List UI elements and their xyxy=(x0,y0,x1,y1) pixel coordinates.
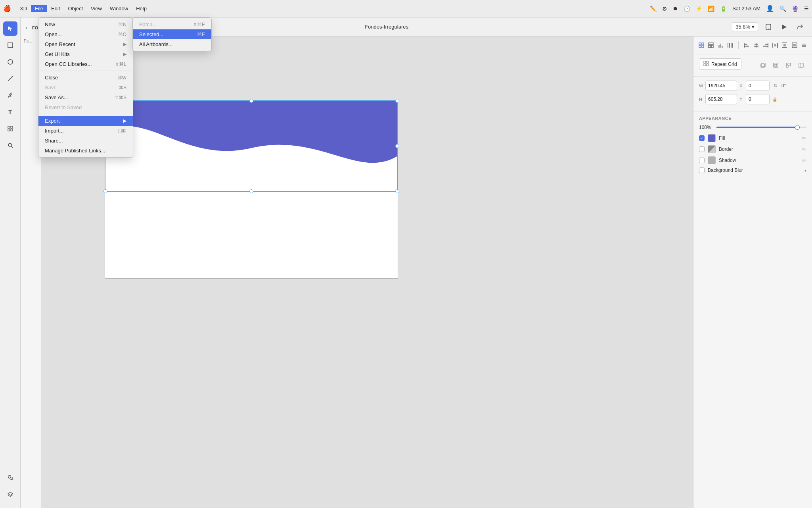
rectangle-tool[interactable] xyxy=(3,38,17,52)
file-menu: New ⌘N Open... ⌘O Open Recent ▶ Get UI K… xyxy=(38,17,133,158)
copy-icon-2[interactable] xyxy=(770,60,781,71)
menu-save: Save ⌘S xyxy=(38,83,133,92)
menu-export-arrow-icon: ▶ xyxy=(123,118,126,123)
rotate-icon[interactable]: ↻ xyxy=(772,82,779,89)
menu-share-label: Share... xyxy=(45,138,63,144)
artboard[interactable]: Pa... xyxy=(105,100,398,279)
tool-bottom-group xyxy=(3,471,17,502)
menu-export[interactable]: Export ▶ xyxy=(38,116,133,126)
y-label: Y xyxy=(739,97,744,102)
align-full-icon[interactable] xyxy=(791,40,799,51)
topbar-right: 35.8% ▾ xyxy=(732,21,812,33)
menu-close[interactable]: Close ⌘W xyxy=(38,73,133,83)
rp-layout-icon[interactable] xyxy=(707,40,715,51)
back-arrow[interactable]: ‹ xyxy=(22,21,31,35)
zoom-control[interactable]: 35.8% ▾ xyxy=(732,22,758,31)
menu-save-as-label: Save As... xyxy=(45,94,68,100)
menu-share[interactable]: Share... xyxy=(38,136,133,146)
user-icon[interactable]: 👤 xyxy=(766,5,774,12)
copy-icon-3[interactable] xyxy=(783,60,794,71)
menu-open[interactable]: Open... ⌘O xyxy=(38,29,133,39)
pen-tool[interactable] xyxy=(3,88,17,102)
rp-grid-icon[interactable] xyxy=(697,40,705,51)
menu-new[interactable]: New ⌘N xyxy=(38,19,133,29)
device-preview-icon[interactable] xyxy=(763,21,774,33)
background-blur-checkbox[interactable] xyxy=(699,167,705,173)
svg-line-9 xyxy=(11,146,13,148)
select-tool[interactable] xyxy=(3,21,17,36)
rp-columns-icon[interactable] xyxy=(726,40,734,51)
menu-separator-1 xyxy=(38,71,133,71)
canvas-area[interactable]: Pa... xyxy=(41,37,693,508)
fill-checkbox[interactable] xyxy=(699,135,705,141)
menubar-datetime: Sat 2:53 AM xyxy=(732,6,760,12)
component-tool[interactable] xyxy=(3,121,17,136)
menu-open-cc-libraries[interactable]: Open CC Libraries... ⇧⌘L xyxy=(38,59,133,69)
opacity-slider-thumb[interactable] xyxy=(795,125,800,130)
zoom-tool[interactable] xyxy=(3,138,17,152)
menubar-help[interactable]: Help xyxy=(132,5,151,12)
layers-tool[interactable] xyxy=(3,487,17,502)
shadow-eyedropper-icon[interactable]: ✏ xyxy=(802,158,806,164)
menu-manage-links[interactable]: Manage Published Links... xyxy=(38,146,133,156)
menu-import[interactable]: Import... ⇧⌘I xyxy=(38,126,133,136)
menubar-window[interactable]: Window xyxy=(106,5,132,12)
svg-rect-16 xyxy=(699,46,701,48)
play-icon[interactable] xyxy=(779,21,790,33)
border-color-swatch[interactable] xyxy=(708,145,716,153)
menu-import-label: Import... xyxy=(45,128,64,134)
menu-open-recent[interactable]: Open Recent ▶ xyxy=(38,39,133,49)
width-input[interactable] xyxy=(705,81,737,91)
repeat-grid-button[interactable]: Repeat Grid xyxy=(699,58,741,70)
menubar-object[interactable]: Object xyxy=(64,5,87,12)
menubar-edit[interactable]: Edit xyxy=(47,5,64,12)
rp-chart-icon[interactable] xyxy=(716,40,724,51)
menubar-file[interactable]: File xyxy=(31,5,47,12)
lock-aspect-icon[interactable]: 🔒 xyxy=(772,96,778,102)
menu-import-shortcut: ⇧⌘I xyxy=(117,128,126,134)
shadow-color-swatch[interactable] xyxy=(708,156,716,164)
align-right-icon[interactable] xyxy=(762,40,770,51)
background-blur-label: Background Blur xyxy=(708,167,801,173)
export-all-artboards[interactable]: All Artboards... xyxy=(133,39,211,49)
text-tool[interactable]: T xyxy=(3,105,17,119)
search-menubar-icon[interactable]: 🔍 xyxy=(779,6,786,12)
align-center-icon[interactable] xyxy=(752,40,760,51)
shadow-checkbox[interactable] xyxy=(699,158,705,163)
fill-eyedropper-icon[interactable]: ✏ xyxy=(802,135,806,141)
border-checkbox[interactable] xyxy=(699,146,705,152)
svg-rect-6 xyxy=(8,129,10,131)
link-tool[interactable] xyxy=(3,471,17,485)
share-icon[interactable] xyxy=(795,21,806,33)
siri-icon[interactable]: 🔮 xyxy=(792,6,799,12)
more-options-icon[interactable] xyxy=(800,40,808,51)
x-input[interactable] xyxy=(746,81,770,91)
repeat-grid-section: Repeat Grid xyxy=(693,54,812,77)
copy-icon-4[interactable] xyxy=(795,60,806,71)
apple-menu[interactable]: 🍎 xyxy=(3,5,11,12)
copy-icon-1[interactable] xyxy=(757,60,768,71)
distribute-h-icon[interactable] xyxy=(771,40,779,51)
svg-rect-23 xyxy=(722,46,723,48)
ellipse-tool[interactable] xyxy=(3,55,17,69)
fill-color-swatch[interactable] xyxy=(708,134,716,142)
menu-save-as[interactable]: Save As... ⇧⌘S xyxy=(38,92,133,102)
menubar-xd[interactable]: XD xyxy=(16,5,31,12)
border-eyedropper-icon[interactable]: ✏ xyxy=(802,146,806,152)
menu-open-recent-label: Open Recent xyxy=(45,41,75,47)
line-tool[interactable] xyxy=(3,71,17,86)
svg-rect-53 xyxy=(762,63,765,67)
menubar-view[interactable]: View xyxy=(87,5,106,12)
opacity-slider[interactable] xyxy=(716,127,806,128)
background-blur-chevron-icon[interactable]: ▾ xyxy=(804,168,806,173)
height-input[interactable] xyxy=(705,94,737,104)
menu-get-ui-kits[interactable]: Get UI Kits ▶ xyxy=(38,49,133,59)
menu-new-label: New xyxy=(45,21,55,27)
wave-shape[interactable] xyxy=(105,100,398,192)
distribute-v-icon[interactable] xyxy=(781,40,789,51)
export-selected[interactable]: Selected... ⌘E xyxy=(133,29,211,39)
repeat-grid-icon xyxy=(703,61,709,67)
list-icon[interactable]: ☰ xyxy=(804,6,809,12)
align-left-icon[interactable] xyxy=(743,40,751,51)
y-input[interactable] xyxy=(746,94,770,104)
